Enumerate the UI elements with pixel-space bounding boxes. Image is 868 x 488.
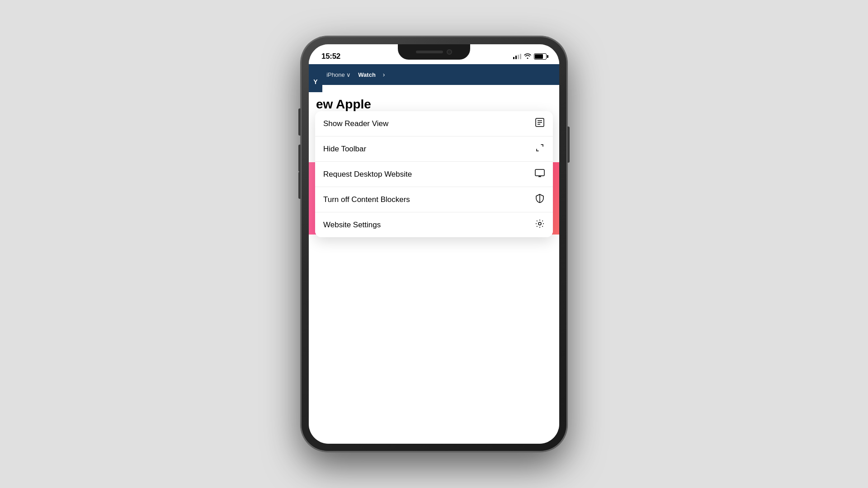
- speaker: [416, 51, 443, 53]
- menu-item-show-reader[interactable]: Show Reader View: [315, 111, 553, 136]
- menu-item-hide-toolbar[interactable]: Hide Toolbar: [315, 136, 553, 162]
- desktop-icon: [535, 168, 545, 180]
- desktop-site-label: Request Desktop Website: [323, 170, 412, 179]
- menu-item-desktop-site[interactable]: Request Desktop Website: [315, 162, 553, 187]
- context-menu: Show Reader View Hide Toolbar: [315, 111, 553, 237]
- expand-icon: [535, 143, 545, 155]
- status-icons: [513, 53, 547, 60]
- website-nav: 9 iPhone ∨ Watch ›: [309, 64, 559, 85]
- nav-watch-arrow: ›: [383, 71, 385, 78]
- menu-item-website-settings[interactable]: Website Settings: [315, 212, 553, 237]
- nav-watch: Watch: [358, 71, 376, 78]
- shield-icon: [535, 193, 545, 206]
- svg-rect-4: [535, 169, 544, 176]
- nav-y-partial: Y: [309, 71, 322, 92]
- nav-iphone: iPhone ∨: [326, 71, 351, 78]
- notch: [398, 44, 470, 60]
- reader-view-icon: [535, 117, 545, 130]
- phone-mockup: 15:52: [301, 36, 567, 452]
- signal-bar-1: [513, 57, 514, 59]
- content-blockers-label: Turn off Content Blockers: [323, 195, 410, 204]
- title-line1: ew Apple: [316, 97, 552, 112]
- svg-point-8: [538, 222, 541, 225]
- hide-toolbar-label: Hide Toolbar: [323, 145, 366, 154]
- signal-bar-4: [520, 54, 521, 59]
- battery-fill: [535, 54, 543, 59]
- status-time: 15:52: [321, 52, 340, 61]
- show-reader-label: Show Reader View: [323, 119, 388, 128]
- website-settings-label: Website Settings: [323, 221, 381, 230]
- signal-bar-3: [518, 55, 519, 59]
- nav-y-letter: Y: [313, 78, 317, 85]
- signal-bar-2: [515, 56, 517, 59]
- camera: [447, 49, 452, 55]
- signal-bars-icon: [513, 54, 521, 59]
- wifi-icon: [524, 53, 531, 60]
- battery-icon: [534, 53, 547, 60]
- gear-icon: [535, 219, 545, 231]
- menu-item-content-blockers[interactable]: Turn off Content Blockers: [315, 187, 553, 212]
- phone-screen: 15:52: [309, 44, 559, 444]
- nav-items: iPhone ∨ Watch ›: [326, 71, 552, 78]
